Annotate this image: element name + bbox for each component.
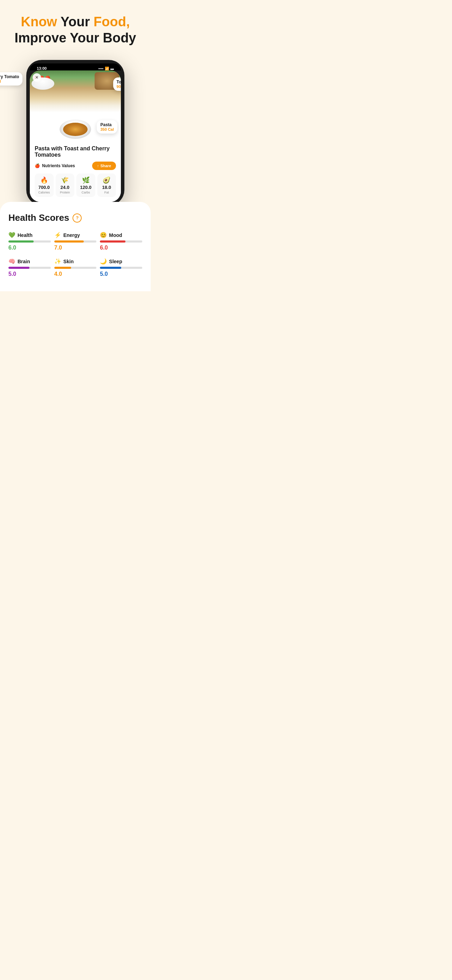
- nutrients-grid: 🔥 700.0 Calories 🌾 24.0 Protein 🌿 120.0: [35, 173, 116, 197]
- nutrient-calories: 🔥 700.0 Calories: [35, 173, 54, 197]
- score-name-health: Health: [18, 232, 33, 238]
- nutrients-label: 🍎 Nutrients Values: [35, 163, 75, 168]
- share-label: Share: [100, 164, 111, 168]
- nutrients-emoji: 🍎: [35, 163, 40, 168]
- score-item-health: 💚 Health 6.0: [8, 232, 51, 251]
- score-item-skin: ✨ Skin 4.0: [54, 258, 97, 277]
- score-value-energy: 7.0: [54, 245, 97, 251]
- score-bar-fill-health: [8, 240, 33, 243]
- score-item-brain: 🧠 Brain 5.0: [8, 258, 51, 277]
- score-icon-health: 💚: [8, 232, 16, 238]
- score-bar-track-energy: [54, 240, 97, 243]
- score-value-sleep: 5.0: [100, 271, 142, 277]
- phone-container: Cherry Tomato 55 Cal 13:00 ▪▪▪▪ 📶 ▬: [0, 53, 151, 205]
- score-bar-fill-skin: [54, 267, 71, 269]
- food-image-area: ✕ Toast 90 Cal Pasta 350 Cal: [30, 70, 121, 140]
- nutrient-protein: 🌾 24.0 Protein: [56, 173, 75, 197]
- wifi-icon: ▪▪▪▪: [99, 67, 103, 70]
- scores-grid: 💚 Health 6.0 ⚡ Energy 7.0 😊 Mood 6.0 🧠 B…: [8, 232, 142, 277]
- score-bar-fill-brain: [8, 267, 29, 269]
- calories-label: Calories: [37, 191, 51, 194]
- page-wrapper: Know Your Food, Improve Your Body Cherry…: [0, 0, 151, 327]
- score-value-mood: 6.0: [100, 245, 142, 251]
- pasta-name: Pasta: [100, 123, 114, 127]
- score-icon-mood: 😊: [100, 232, 107, 238]
- hero-title: Know Your Food, Improve Your Body: [7, 14, 144, 46]
- toast-tooltip: Toast 90 Cal: [113, 78, 121, 91]
- calories-value: 700.0: [37, 185, 51, 190]
- score-bar-fill-energy: [54, 240, 84, 243]
- phone-status-bar: 13:00 ▪▪▪▪ 📶 ▬: [30, 64, 121, 70]
- score-icon-skin: ✨: [54, 258, 61, 265]
- protein-label: Protein: [58, 191, 73, 194]
- fat-label: Fat: [100, 191, 114, 194]
- pasta-calories: 350 Cal: [100, 127, 114, 131]
- hero-highlight-food: Food,: [94, 14, 130, 29]
- nutrients-text: Nutrients Values: [42, 163, 75, 168]
- phone-status-icons: ▪▪▪▪ 📶 ▬: [99, 67, 114, 70]
- carbs-icon: 🌿: [78, 176, 93, 184]
- pasta-tooltip: Pasta 350 Cal: [97, 120, 118, 134]
- score-header-sleep: 🌙 Sleep: [100, 258, 142, 265]
- score-name-sleep: Sleep: [109, 259, 122, 264]
- score-item-sleep: 🌙 Sleep 5.0: [100, 258, 142, 277]
- carbs-value: 120.0: [78, 185, 93, 190]
- fat-value: 18.0: [100, 185, 114, 190]
- carbs-label: Carbs: [78, 191, 93, 194]
- food-title: Pasta with Toast and Cherry Tomatoes: [35, 145, 116, 158]
- score-header-brain: 🧠 Brain: [8, 258, 51, 265]
- score-header-mood: 😊 Mood: [100, 232, 142, 238]
- pasta-fill: [63, 123, 88, 136]
- share-button[interactable]: ↑ Share: [92, 162, 116, 170]
- score-name-skin: Skin: [64, 259, 74, 264]
- phone-screen: ✕ Toast 90 Cal Pasta 350 Cal Pasta with …: [30, 70, 121, 202]
- score-value-skin: 4.0: [54, 271, 97, 277]
- score-bar-fill-mood: [100, 240, 125, 243]
- hero-line2: Improve Your Body: [15, 30, 136, 45]
- score-item-energy: ⚡ Energy 7.0: [54, 232, 97, 251]
- score-value-brain: 5.0: [8, 271, 51, 277]
- score-header-skin: ✨ Skin: [54, 258, 97, 265]
- score-header-energy: ⚡ Energy: [54, 232, 97, 238]
- score-name-energy: Energy: [64, 232, 80, 238]
- score-icon-brain: 🧠: [8, 258, 16, 265]
- score-bar-fill-sleep: [100, 267, 121, 269]
- phone-notch: [63, 64, 88, 70]
- help-icon-label: ?: [76, 215, 78, 221]
- score-bar-track-brain: [8, 267, 51, 269]
- score-icon-energy: ⚡: [54, 232, 61, 238]
- score-value-health: 6.0: [8, 245, 51, 251]
- help-icon[interactable]: ?: [73, 213, 82, 223]
- hero-highlight-know: Know: [21, 14, 57, 29]
- calories-icon: 🔥: [37, 176, 51, 184]
- score-bar-track-skin: [54, 267, 97, 269]
- phone-time: 13:00: [37, 66, 46, 70]
- score-header-health: 💚 Health: [8, 232, 51, 238]
- close-button[interactable]: ✕: [33, 73, 41, 82]
- protein-value: 24.0: [58, 185, 73, 190]
- score-name-brain: Brain: [18, 259, 30, 264]
- signal-icon: 📶: [105, 67, 109, 70]
- fat-icon: 🥑: [100, 176, 114, 184]
- score-bar-track-health: [8, 240, 51, 243]
- score-bar-track-mood: [100, 240, 142, 243]
- health-scores-title: Health Scores: [8, 212, 69, 223]
- nutrient-fat: 🥑 18.0 Fat: [97, 173, 116, 197]
- hero-section: Know Your Food, Improve Your Body: [0, 0, 151, 53]
- health-scores-section: Health Scores ? 💚 Health 6.0 ⚡ Energy 7.…: [0, 202, 151, 291]
- score-icon-sleep: 🌙: [100, 258, 107, 265]
- score-item-mood: 😊 Mood 6.0: [100, 232, 142, 251]
- cherry-tomato-tooltip: Cherry Tomato 55 Cal: [0, 72, 22, 86]
- toast-calories: 90 Cal: [117, 84, 121, 89]
- battery-icon: ▬: [110, 67, 114, 70]
- hero-plain-your: Your: [60, 14, 94, 29]
- nutrients-header: 🍎 Nutrients Values ↑ Share: [35, 162, 116, 170]
- food-info-panel: Pasta with Toast and Cherry Tomatoes 🍎 N…: [30, 140, 121, 202]
- cherry-tomato-name: Cherry Tomato: [0, 74, 19, 79]
- score-name-mood: Mood: [109, 232, 122, 238]
- cherry-tomato-calories: 55 Cal: [0, 79, 19, 83]
- health-scores-header: Health Scores ?: [8, 212, 142, 223]
- protein-icon: 🌾: [58, 176, 73, 184]
- phone-mockup: 13:00 ▪▪▪▪ 📶 ▬: [26, 60, 124, 205]
- score-bar-track-sleep: [100, 267, 142, 269]
